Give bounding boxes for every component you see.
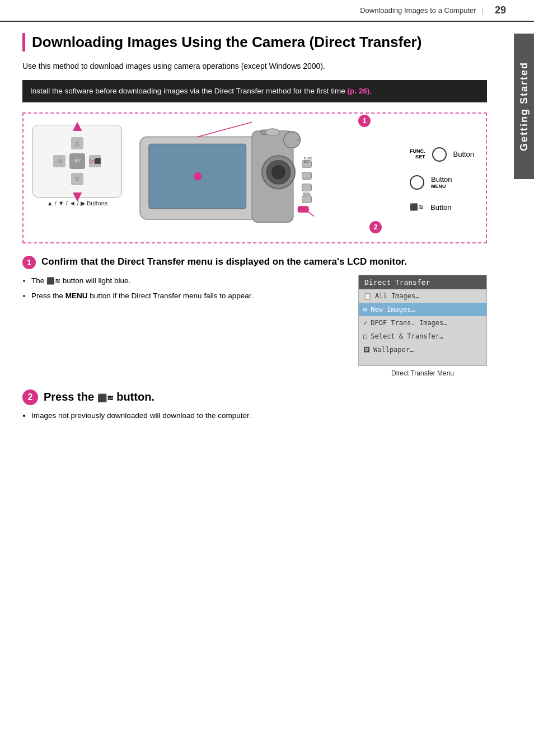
svg-line-19 — [198, 122, 252, 137]
svg-text:SET: SET — [304, 160, 310, 163]
step2-bullets: Images not previously downloaded will do… — [22, 410, 487, 422]
menu-item-dpof: ✓ DPOF Trans. Images… — [359, 316, 486, 330]
diagram-box: ▲ △ ◁ SET ▷⬛ ▽ ▼ — [22, 112, 487, 243]
step1-header: 1 Confirm that the Direct Transfer menu … — [22, 256, 487, 269]
func-label-bottom: SET — [415, 154, 425, 160]
page-number: 29 — [495, 4, 506, 16]
svg-rect-13 — [302, 184, 312, 191]
header-text: Downloading Images to a Computer — [360, 6, 476, 15]
all-images-label: All Images… — [375, 292, 419, 300]
dpad-label: ▲ / ▼ / ◄ / ▶ Buttons — [47, 200, 108, 207]
svg-rect-14 — [302, 196, 312, 203]
step1-bullet-1: The ⬛≋ button will light blue. — [31, 275, 345, 287]
page-title: Downloading Images Using the Camera (Dir… — [22, 33, 487, 51]
svg-rect-21 — [298, 206, 308, 213]
callout-1: 1 — [358, 115, 371, 127]
step1-content: The ⬛≋ button will light blue. Press the… — [22, 275, 487, 377]
step2-bullet-1: Images not previously downloaded will do… — [31, 410, 487, 422]
warning-text-after: . — [369, 87, 372, 95]
step2-number: 2 — [22, 389, 38, 405]
menu-preview: Direct Transfer 📋 All Images… ⊞ New Imag… — [358, 275, 487, 366]
new-images-icon: ⊞ — [363, 306, 367, 313]
menu-item-wallpaper: 🖼 Wallpaper… — [359, 343, 486, 356]
svg-text:FUNC: FUNC — [304, 156, 312, 159]
dpad-area: ▲ △ ◁ SET ▷⬛ ▽ ▼ — [32, 125, 122, 198]
step2-header: 2 Press the ⬛≋ button. — [22, 389, 487, 405]
all-images-icon: 📋 — [363, 292, 372, 300]
intro-text: Use this method to download images using… — [22, 60, 487, 72]
warning-link: (p. 26) — [348, 87, 370, 95]
dpad-left: ◁ — [53, 155, 65, 167]
menu-item-all-images: 📋 All Images… — [359, 289, 486, 303]
diagram-inner: ▲ △ ◁ SET ▷⬛ ▽ ▼ — [32, 125, 477, 233]
dpad-up: △ — [71, 137, 83, 149]
select-transfer-label: Select & Transfer… — [371, 332, 443, 340]
step1-bullet-2: Press the MENU button if the Direct Tran… — [31, 290, 345, 302]
step2-section: 2 Press the ⬛≋ button. Images not previo… — [22, 389, 487, 422]
side-tab: Getting Started — [514, 34, 534, 179]
page-header: Downloading Images to a Computer | 29 — [0, 0, 534, 22]
step1-title: Confirm that the Direct Transfer menu is… — [41, 256, 487, 269]
camera-illustration: FUNC SET MENU 1 2 — [133, 119, 399, 233]
callout-2: 2 — [369, 221, 382, 233]
warning-text: Install the software before downloading … — [30, 87, 348, 95]
func-set-button-item: FUNC. SET Button — [410, 147, 477, 162]
dt-button-icon: ⬛≋ — [410, 203, 424, 211]
menu-button-item: Button MENU — [410, 175, 477, 190]
step2-title: Press the ⬛≋ button. — [44, 391, 154, 403]
func-set-circle — [432, 147, 447, 162]
dpof-icon: ✓ — [363, 319, 367, 327]
svg-point-18 — [194, 172, 202, 180]
step1-bullets: The ⬛≋ button will light blue. Press the… — [22, 275, 345, 306]
svg-point-5 — [271, 165, 285, 179]
dpad-right: ▷⬛ — [89, 155, 101, 167]
menu-preview-container: Direct Transfer 📋 All Images… ⊞ New Imag… — [358, 275, 487, 377]
dpad-center: SET — [69, 153, 85, 169]
menu-label: MENU — [431, 184, 452, 189]
menu-item-new-images: ⊞ New Images… — [359, 303, 486, 316]
warning-box: Install the software before downloading … — [22, 80, 487, 102]
wallpaper-label: Wallpaper… — [373, 346, 414, 354]
menu-caption: Direct Transfer Menu — [391, 369, 454, 377]
button-labels: FUNC. SET Button Button MENU ⬛≋ Button — [410, 125, 477, 212]
step1-number: 1 — [22, 256, 36, 269]
svg-text:MENU: MENU — [303, 191, 312, 195]
func-set-button-label: Button — [453, 150, 475, 158]
wallpaper-icon: 🖼 — [363, 346, 370, 354]
svg-rect-12 — [302, 172, 312, 179]
main-content: Downloading Images Using the Camera (Dir… — [0, 22, 515, 438]
direct-transfer-button-item: ⬛≋ Button — [410, 203, 477, 212]
new-images-label: New Images… — [371, 306, 415, 313]
menu-item-select-transfer: □ Select & Transfer… — [359, 330, 486, 343]
svg-point-7 — [265, 129, 279, 136]
dt-button-label: Button — [430, 203, 452, 212]
menu-button-label: Button — [431, 175, 452, 184]
dpad-down: ▽ — [71, 173, 83, 185]
select-transfer-icon: □ — [363, 332, 367, 340]
menu-circle — [410, 175, 424, 190]
camera-svg: FUNC SET MENU — [133, 119, 324, 231]
dpad-cross: △ ◁ SET ▷⬛ ▽ — [51, 135, 104, 187]
dpof-label: DPOF Trans. Images… — [371, 319, 447, 327]
menu-title-bar: Direct Transfer — [359, 275, 486, 289]
step1-section: 1 Confirm that the Direct Transfer menu … — [22, 256, 487, 377]
